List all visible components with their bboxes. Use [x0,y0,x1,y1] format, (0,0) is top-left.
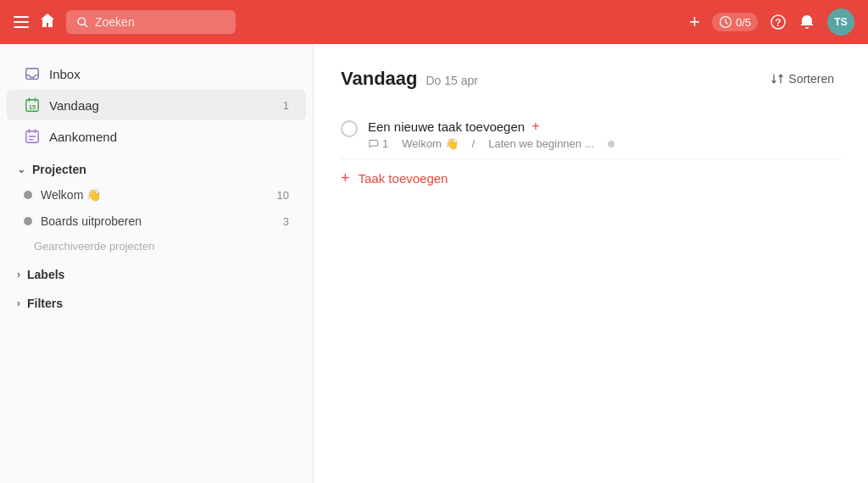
content-header: Vandaag Do 15 apr Sorteren [341,68,841,90]
timer-count: 0/5 [736,16,751,29]
project-item-welkom[interactable]: Welkom 👋 10 [7,182,306,208]
svg-text:15: 15 [29,103,36,111]
timer-icon [719,15,732,29]
task-add-icon[interactable]: + [531,119,539,134]
labels-label: Labels [27,268,64,281]
comment-icon [368,138,379,149]
task-body: Een nieuwe taak toevoegen + 1 Welkom 👋 /… [368,119,841,150]
upcoming-icon [24,128,41,145]
main-layout: Inbox 15 Vandaag 1 [0,44,868,483]
inbox-icon [24,65,41,82]
projects-section-header[interactable]: ⌄ Projecten [0,153,313,181]
date-label: Do 15 apr [426,74,477,87]
task-checkbox[interactable] [341,120,358,137]
sort-icon [771,72,784,86]
project-welkom-count: 10 [277,189,289,202]
svg-text:?: ? [775,17,781,29]
sidebar-item-inbox[interactable]: Inbox [7,58,306,89]
menu-icon[interactable] [14,16,29,28]
archived-projects-label[interactable]: Gearchiveerde projecten [0,235,313,258]
user-avatar[interactable]: TS [827,8,854,36]
project-boards-label: Boards uitproberen [41,214,275,228]
task-subtitle: Laten we beginnen ... [488,137,593,150]
notifications-icon[interactable] [798,14,815,31]
search-bar[interactable] [66,10,236,34]
project-boards-count: 3 [283,215,289,228]
header-right: + 0/5 ? TS [689,8,854,36]
sort-label: Sorteren [788,72,834,86]
comment-count: 1 [382,137,388,150]
sort-button[interactable]: Sorteren [764,69,841,89]
add-task-icon[interactable]: + [689,11,700,33]
task-project: Welkom 👋 [402,137,458,150]
sidebar-item-aankomend[interactable]: Aankomend [7,121,306,152]
sidebar-item-vandaag[interactable]: 15 Vandaag 1 [7,90,306,120]
task-title-text[interactable]: Een nieuwe taak toevoegen [368,119,525,134]
project-dot-welkom [24,191,32,199]
task-comment: 1 [368,137,388,150]
search-icon [76,16,88,28]
labels-section-header[interactable]: › Labels [0,258,313,286]
table-row: Een nieuwe taak toevoegen + 1 Welkom 👋 /… [341,110,841,159]
page-title: Vandaag [341,68,417,90]
add-task-label: Taak toevoegen [359,171,448,186]
help-icon[interactable]: ? [770,14,787,31]
projects-chevron: ⌄ [17,164,25,175]
sidebar-vandaag-label: Vandaag [49,98,275,113]
task-status-dot [608,141,615,147]
add-task-row[interactable]: + Taak toevoegen [341,159,841,197]
project-welkom-label: Welkom 👋 [41,188,269,202]
project-dot-boards [24,217,32,225]
app-header: + 0/5 ? TS [0,0,868,44]
today-icon: 15 [24,97,41,114]
svg-line-1 [84,24,86,26]
main-content: Vandaag Do 15 apr Sorteren Een nieuwe ta… [314,44,868,483]
filters-label: Filters [27,297,63,310]
task-title-row: Een nieuwe taak toevoegen + [368,119,841,134]
filters-section-header[interactable]: › Filters [0,286,313,315]
projects-label: Projecten [32,163,86,176]
labels-chevron: › [17,269,20,280]
search-input[interactable] [95,15,214,29]
header-left [14,10,679,34]
sidebar-inbox-label: Inbox [49,67,289,81]
sidebar-vandaag-count: 1 [283,99,289,112]
sidebar: Inbox 15 Vandaag 1 [0,44,314,483]
project-item-boards[interactable]: Boards uitproberen 3 [7,208,306,234]
task-separator: / [472,137,476,150]
add-task-plus-icon: + [341,169,350,187]
home-icon[interactable] [39,12,56,33]
filters-chevron: › [17,297,20,309]
timer-badge[interactable]: 0/5 [712,13,758,31]
task-meta: 1 Welkom 👋 / Laten we beginnen ... [368,137,841,150]
sidebar-aankomend-label: Aankomend [49,130,289,144]
content-title-area: Vandaag Do 15 apr [341,68,478,90]
